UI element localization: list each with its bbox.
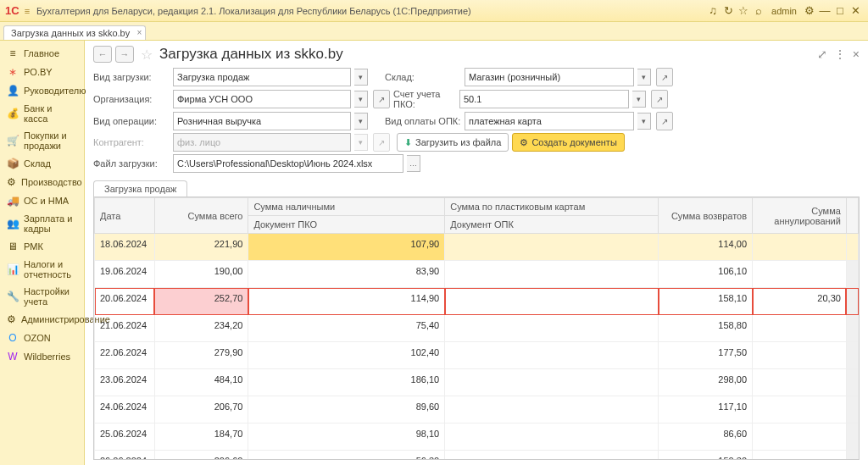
sidebar-item[interactable]: 🖥РМК [0, 237, 84, 256]
cell-sb[interactable] [846, 261, 858, 288]
table-row[interactable]: 25.06.2024184,7098,1086,60 [95, 423, 859, 451]
cell-card[interactable] [445, 234, 659, 261]
cell-returns[interactable]: 158,10 [659, 288, 753, 315]
cell-date[interactable]: 18.06.2024 [95, 234, 155, 261]
settings-icon[interactable]: ⚙ [802, 4, 817, 17]
cell-cash[interactable]: 98,10 [248, 423, 445, 451]
table-row[interactable]: 21.06.2024234,2075,40158,80 [95, 315, 859, 342]
cell-cancel[interactable]: 20,30 [753, 288, 847, 315]
table-row[interactable]: 20.06.2024252,70114,90158,1020,30 [95, 288, 859, 315]
cell-date[interactable]: 22.06.2024 [95, 342, 155, 369]
favorite-icon[interactable]: ☆ [141, 47, 153, 63]
sidebar-item[interactable]: ≡Главное [0, 44, 84, 63]
page-close-icon[interactable]: × [853, 47, 860, 61]
cell-cancel[interactable] [753, 369, 847, 396]
col-card[interactable]: Сумма по пластиковым картам [445, 198, 659, 216]
cell-card[interactable] [445, 342, 659, 369]
org-open-button[interactable]: ↗ [373, 90, 390, 108]
file-browse-icon[interactable]: … [407, 155, 420, 172]
cell-total[interactable]: 206,70 [154, 396, 248, 423]
cell-cancel[interactable] [753, 396, 847, 423]
account-field[interactable]: 50.1 [459, 90, 629, 108]
grid[interactable]: Дата Сумма всего Сумма наличными Сумма п… [93, 197, 860, 460]
cell-sb[interactable] [846, 315, 858, 342]
sidebar-item[interactable]: 📊Налоги и отчетность [0, 256, 84, 283]
more-icon[interactable]: ⋮ [834, 47, 846, 61]
sidebar-item[interactable]: OOZON [0, 329, 84, 347]
cell-card[interactable] [445, 396, 659, 423]
org-dropdown-icon[interactable]: ▾ [354, 91, 368, 108]
cell-date[interactable]: 23.06.2024 [95, 369, 155, 396]
cell-date[interactable]: 21.06.2024 [95, 315, 155, 342]
cell-cancel[interactable] [753, 261, 847, 288]
table-row[interactable]: 23.06.2024484,10186,10298,00 [95, 369, 859, 396]
file-field[interactable]: C:\Users\Professional\Desktop\Июнь 2024.… [173, 154, 403, 173]
table-row[interactable]: 22.06.2024279,90102,40177,50 [95, 342, 859, 369]
cell-total[interactable]: 190,00 [154, 261, 248, 288]
cell-returns[interactable]: 177,50 [659, 342, 753, 369]
cell-cash[interactable]: 56,30 [248, 451, 445, 461]
sheet-tab[interactable]: Загрузка продаж [93, 180, 187, 197]
cell-date[interactable]: 19.06.2024 [95, 261, 155, 288]
cell-cash[interactable]: 102,40 [248, 342, 445, 369]
cell-cash[interactable]: 107,90 [248, 234, 445, 261]
table-row[interactable]: 19.06.2024190,0083,90106,10 [95, 261, 859, 288]
cell-sb[interactable] [846, 342, 858, 369]
load-type-dropdown-icon[interactable]: ▾ [354, 69, 368, 86]
op-dropdown-icon[interactable]: ▾ [354, 113, 368, 130]
sidebar-item[interactable]: 👤Руководителю [0, 81, 84, 100]
tab-close-icon[interactable]: × [136, 28, 142, 37]
cell-card[interactable] [445, 315, 659, 342]
cell-date[interactable]: 25.06.2024 [95, 423, 155, 451]
cell-card[interactable] [445, 261, 659, 288]
cell-sb[interactable] [846, 288, 858, 315]
star-icon[interactable]: ☆ [736, 4, 751, 17]
col-cash[interactable]: Сумма наличными [248, 198, 445, 216]
cell-total[interactable]: 184,70 [154, 423, 248, 451]
cell-total[interactable]: 221,90 [154, 234, 248, 261]
load-type-field[interactable]: Загрузка продаж [173, 68, 351, 86]
col-cash-sub[interactable]: Документ ПКО [248, 216, 445, 234]
sidebar-item[interactable]: ⚙Администрирование [0, 310, 84, 329]
history-icon[interactable]: ↻ [721, 4, 736, 17]
bell-icon[interactable]: ♫ [705, 4, 721, 17]
cell-cash[interactable]: 186,10 [248, 369, 445, 396]
sidebar-item[interactable]: ∗PO.BY [0, 63, 84, 81]
sidebar-item[interactable]: 🔧Настройки учета [0, 283, 84, 310]
cell-card[interactable] [445, 451, 659, 461]
op-field[interactable]: Розничная выручка [173, 112, 351, 130]
cell-cancel[interactable] [753, 451, 847, 461]
sidebar-item[interactable]: ⚙Производство [0, 173, 84, 191]
cell-cancel[interactable] [753, 315, 847, 342]
col-cancel[interactable]: Сумма аннулирований [753, 198, 847, 234]
cell-card[interactable] [445, 423, 659, 451]
sklad-open-button[interactable]: ↗ [656, 68, 673, 86]
close-icon[interactable]: ✕ [848, 4, 863, 17]
opk-open-button[interactable]: ↗ [656, 112, 673, 130]
opk-dropdown-icon[interactable]: ▾ [637, 113, 651, 130]
cell-total[interactable]: 252,70 [154, 288, 248, 315]
cell-sb[interactable] [846, 396, 858, 423]
table-row[interactable]: 18.06.2024221,90107,90114,00 [95, 234, 859, 261]
cell-date[interactable]: 24.06.2024 [95, 396, 155, 423]
cell-total[interactable]: 206,60 [154, 451, 248, 461]
account-dropdown-icon[interactable]: ▾ [632, 91, 646, 108]
sidebar-item[interactable]: WWildberries [0, 347, 84, 366]
cell-cancel[interactable] [753, 423, 847, 451]
account-open-button[interactable]: ↗ [651, 90, 668, 108]
cell-total[interactable]: 234,20 [154, 315, 248, 342]
document-tab[interactable]: Загрузка данных из skko.by × [3, 25, 146, 40]
cell-cash[interactable]: 75,40 [248, 315, 445, 342]
nav-forward-button[interactable]: → [115, 46, 134, 63]
cell-cancel[interactable] [753, 234, 847, 261]
cell-cash[interactable]: 89,60 [248, 396, 445, 423]
cell-returns[interactable]: 114,00 [659, 234, 753, 261]
cell-date[interactable]: 20.06.2024 [95, 288, 155, 315]
cell-total[interactable]: 484,10 [154, 369, 248, 396]
cell-sb[interactable] [846, 369, 858, 396]
link-icon[interactable]: ⤢ [817, 47, 827, 61]
sidebar-item[interactable]: 📦Склад [0, 154, 84, 173]
cell-returns[interactable]: 158,80 [659, 315, 753, 342]
cell-card[interactable] [445, 288, 659, 315]
search-icon[interactable]: ⌕ [751, 4, 766, 17]
